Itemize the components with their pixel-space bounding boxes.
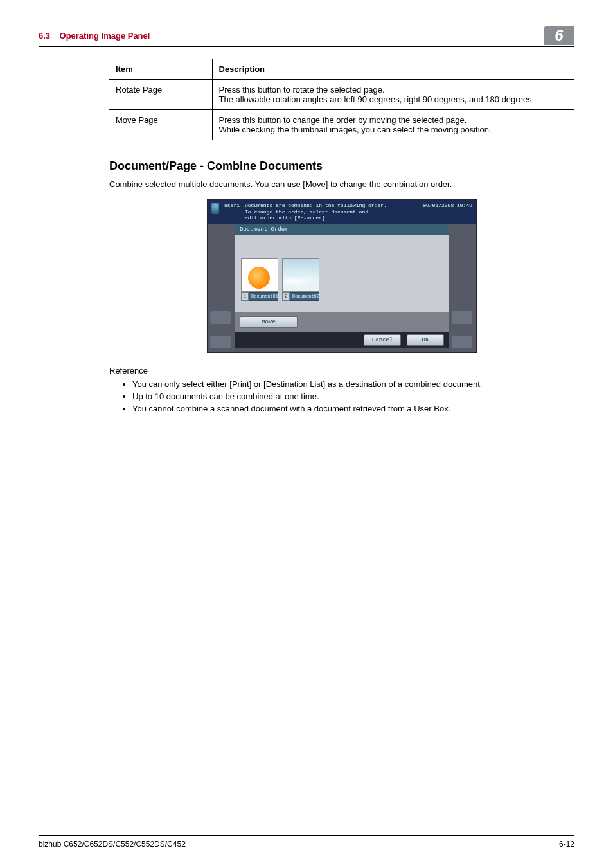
sim-header: user1 Documents are combined in the foll… [208, 200, 476, 224]
move-button[interactable]: Move [240, 316, 298, 328]
sim-msg-line: Documents are combined in the following … [245, 203, 418, 209]
definitions-table: Item Description Rotate Page Press this … [109, 59, 574, 140]
ok-button[interactable]: OK [407, 334, 444, 346]
thumb-number: 1 [241, 292, 249, 301]
thumb-image [241, 258, 278, 292]
sim-thumb[interactable]: 2 Document02 [282, 258, 319, 301]
thumb-number: 2 [282, 292, 290, 301]
sim-side-icon[interactable] [452, 311, 472, 324]
sim-thumb[interactable]: 1 Document01 [241, 258, 278, 301]
reference-item: You can only select either [Print] or [D… [132, 379, 574, 389]
desc-cell: Press this button to change the order by… [212, 110, 574, 140]
subsection-intro: Combine selected multiple documents. You… [109, 179, 574, 189]
sim-side-icon[interactable] [210, 336, 231, 348]
sim-msg-line: edit order with [Re-order]. [245, 215, 418, 221]
sim-message: Documents are combined in the following … [245, 203, 418, 221]
sim-thumb-area: 1 Document01 2 Document02 [235, 235, 449, 312]
table-row: Rotate Page Press this button to rotate … [109, 80, 574, 110]
cancel-button[interactable]: Cancel [364, 334, 401, 346]
desc-cell: Press this button to rotate the selected… [212, 80, 574, 110]
user-icon [211, 203, 219, 214]
table-row: Move Page Press this button to change th… [109, 110, 574, 140]
section-title: Operating Image Panel [60, 31, 150, 41]
reference-list: You can only select either [Print] or [D… [109, 379, 574, 413]
subsection-title: Document/Page - Combine Documents [109, 159, 574, 173]
chapter-badge: 6 [544, 26, 574, 45]
col-description: Description [212, 59, 574, 80]
item-cell: Rotate Page [109, 80, 212, 110]
sim-msg-line: To change the order, select document and [245, 209, 418, 215]
reference-item: You cannot combine a scanned document wi… [132, 404, 574, 413]
header-section: 6.3 Operating Image Panel [39, 31, 150, 41]
reference-heading: Reference [109, 366, 574, 375]
sim-timestamp: 09/01/2008 10:49 [423, 203, 472, 208]
page-footer: bizhub C652/C652DS/C552/C552DS/C452 6-12 [39, 835, 574, 849]
sim-move-row: Move [235, 312, 449, 332]
section-number: 6.3 [39, 31, 50, 41]
page-header: 6.3 Operating Image Panel 6 [39, 26, 574, 47]
sim-tab-document-order[interactable]: Document Order [235, 224, 449, 235]
sim-user: user1 [224, 203, 240, 208]
thumb-image [282, 258, 319, 292]
item-cell: Move Page [109, 110, 212, 140]
col-item: Item [109, 59, 212, 80]
footer-page: 6-12 [559, 840, 574, 849]
thumb-name: Document02 [290, 292, 319, 301]
sim-side-icon[interactable] [452, 336, 472, 348]
thumb-name: Document01 [249, 292, 278, 301]
sim-bottom-bar: Cancel OK [235, 332, 449, 348]
sim-right-panel [449, 224, 476, 352]
reference-item: Up to 10 documents can be combined at on… [132, 392, 574, 401]
device-screenshot: user1 Documents are combined in the foll… [207, 199, 477, 353]
sim-side-icon[interactable] [210, 311, 231, 324]
sim-left-panel [208, 224, 235, 352]
footer-model: bizhub C652/C652DS/C552/C552DS/C452 [39, 840, 186, 849]
